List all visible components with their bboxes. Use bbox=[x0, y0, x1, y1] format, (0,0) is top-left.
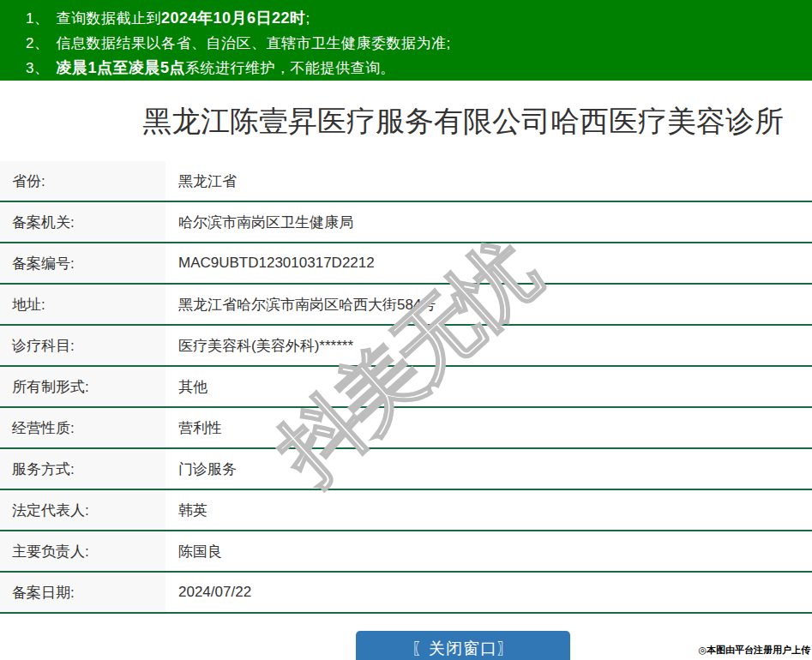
row-label: 诊疗科目: bbox=[0, 326, 165, 365]
table-row: 经营性质: 营利性 bbox=[0, 408, 812, 449]
row-label: 法定代表人: bbox=[0, 490, 165, 530]
table-row: 地址: 黑龙江省哈尔滨市南岗区哈西大街584号 bbox=[0, 285, 812, 326]
row-value: 黑龙江省 bbox=[165, 161, 812, 201]
notice-banner: 1、查询数据截止到2024年10月6日22时; 2、信息数据结果以各省、自治区、… bbox=[0, 0, 812, 81]
notice-text-bold: 2024年10月6日22时 bbox=[161, 9, 306, 27]
table-row: 主要负责人: 陈国良 bbox=[0, 531, 812, 573]
row-value: 陈国良 bbox=[165, 531, 812, 571]
notice-line-1: 1、查询数据截止到2024年10月6日22时; bbox=[26, 6, 812, 31]
row-value: 其他 bbox=[165, 367, 812, 406]
page-content: 1、查询数据截止到2024年10月6日22时; 2、信息数据结果以各省、自治区、… bbox=[0, 0, 812, 660]
table-row: 法定代表人: 韩英 bbox=[0, 490, 812, 531]
row-value: MAC9UBTD123010317D2212 bbox=[165, 243, 812, 283]
notice-text: 系统进行维护，不能提供查询。 bbox=[185, 60, 395, 76]
row-label: 所有制形式: bbox=[0, 367, 165, 406]
page-title: 黑龙江陈壹昇医疗服务有限公司哈西医疗美容诊所 bbox=[0, 81, 812, 161]
row-label: 经营性质: bbox=[0, 408, 165, 447]
table-row: 服务方式: 门诊服务 bbox=[0, 449, 812, 490]
row-label: 省份: bbox=[0, 161, 165, 201]
row-value: 2024/07/22 bbox=[165, 573, 812, 612]
row-label: 备案机关: bbox=[0, 202, 165, 242]
row-value: 哈尔滨市南岗区卫生健康局 bbox=[165, 202, 812, 242]
row-value: 医疗美容科(美容外科)****** bbox=[165, 326, 812, 365]
table-row: 备案机关: 哈尔滨市南岗区卫生健康局 bbox=[0, 202, 812, 243]
notice-text-bold: 凌晨1点至凌晨5点 bbox=[56, 59, 185, 76]
row-value: 韩英 bbox=[165, 490, 812, 530]
button-area: 〖关闭窗口〗 bbox=[0, 631, 812, 660]
notice-line-3: 3、凌晨1点至凌晨5点系统进行维护，不能提供查询。 bbox=[26, 56, 812, 81]
notice-text: 查询数据截止到 bbox=[56, 10, 161, 27]
table-row: 诊疗科目: 医疗美容科(美容外科)****** bbox=[0, 326, 812, 367]
upload-attribution-note: ◎本图由平台注册用户上传 bbox=[698, 644, 810, 657]
table-row: 备案编号: MAC9UBTD123010317D2212 bbox=[0, 243, 812, 285]
row-label: 备案日期: bbox=[0, 573, 165, 612]
close-window-button[interactable]: 〖关闭窗口〗 bbox=[356, 631, 570, 660]
notice-number: 1、 bbox=[26, 10, 49, 27]
table-row: 所有制形式: 其他 bbox=[0, 367, 812, 408]
table-row: 备案日期: 2024/07/22 bbox=[0, 573, 812, 614]
row-value: 黑龙江省哈尔滨市南岗区哈西大街584号 bbox=[165, 285, 812, 324]
notice-number: 2、 bbox=[26, 35, 49, 51]
row-label: 服务方式: bbox=[0, 449, 165, 489]
notice-number: 3、 bbox=[26, 60, 49, 76]
record-table: 省份: 黑龙江省 备案机关: 哈尔滨市南岗区卫生健康局 备案编号: MAC9UB… bbox=[0, 161, 812, 614]
row-value: 门诊服务 bbox=[165, 449, 812, 489]
row-label: 备案编号: bbox=[0, 243, 165, 283]
notice-text: ; bbox=[306, 10, 310, 27]
row-label: 地址: bbox=[0, 285, 165, 324]
notice-text: 信息数据结果以各省、自治区、直辖市卫生健康委数据为准; bbox=[56, 35, 450, 51]
row-value: 营利性 bbox=[165, 408, 812, 447]
notice-line-2: 2、信息数据结果以各省、自治区、直辖市卫生健康委数据为准; bbox=[26, 31, 812, 56]
table-row: 省份: 黑龙江省 bbox=[0, 161, 812, 202]
row-label: 主要负责人: bbox=[0, 531, 165, 571]
